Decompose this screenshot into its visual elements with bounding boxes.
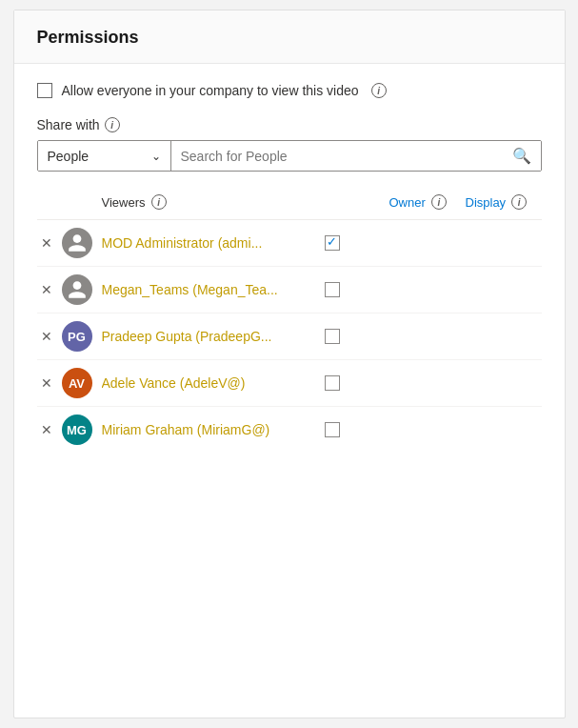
share-with-section: Share with i People ⌄ 🔍 [37,117,542,172]
table-row: ✕PGPradeep Gupta (PradeepG... [37,313,542,360]
display-info-icon[interactable]: i [511,194,527,210]
panel-title: Permissions [37,28,139,47]
remove-viewer-button[interactable]: ✕ [37,374,56,393]
share-with-label: Share with i [37,117,542,132]
owner-checkbox[interactable] [325,422,340,437]
viewer-rows: ✕ MOD Administrator (admi...✕ Megan_Team… [37,220,542,453]
panel-header: Permissions [14,10,565,64]
remove-viewer-button[interactable]: ✕ [37,420,56,439]
owner-checkbox[interactable] [325,282,340,297]
table-row: ✕MGMiriam Graham (MiriamG@) [37,407,542,453]
remove-viewer-button[interactable]: ✕ [37,327,56,346]
owner-checkbox[interactable] [325,375,340,391]
owner-checkbox-wrapper [311,422,388,437]
share-with-info-icon[interactable]: i [105,117,120,132]
viewers-col-header: Viewers i [102,194,389,210]
chevron-down-icon: ⌄ [151,150,161,163]
owner-checkbox[interactable] [325,329,340,344]
allow-everyone-row: Allow everyone in your company to view t… [37,83,542,98]
avatar [62,228,92,258]
viewers-section: Viewers i Owner i Display i ✕ MOD Admini… [37,191,542,453]
avatar: PG [62,321,92,352]
table-row: ✕ Megan_Teams (Megan_Tea... [37,267,542,313]
viewer-name: MOD Administrator (admi... [102,235,311,251]
owner-checkbox[interactable] [325,235,340,251]
viewer-name: Miriam Graham (MiriamG@) [102,422,311,437]
share-type-text: People [48,149,146,164]
panel-body: Allow everyone in your company to view t… [14,64,565,472]
viewers-info-icon[interactable]: i [151,194,167,210]
viewers-header: Viewers i Owner i Display i [37,191,542,220]
owner-checkbox-wrapper [311,282,388,297]
remove-viewer-button[interactable]: ✕ [37,233,56,253]
owner-checkbox-wrapper [311,235,388,251]
viewer-name: Megan_Teams (Megan_Tea... [102,282,311,297]
table-row: ✕AVAdele Vance (AdeleV@) [37,360,542,407]
allow-everyone-label: Allow everyone in your company to view t… [62,83,359,98]
share-type-dropdown[interactable]: People ⌄ [38,141,171,171]
owner-info-icon[interactable]: i [431,194,447,210]
search-input-wrapper: 🔍 [171,141,541,171]
avatar: MG [62,415,92,445]
allow-everyone-info-icon[interactable]: i [371,83,387,98]
table-row: ✕ MOD Administrator (admi... [37,220,542,267]
remove-viewer-button[interactable]: ✕ [37,280,56,299]
avatar: AV [62,368,92,398]
search-input[interactable] [181,149,507,164]
owner-checkbox-wrapper [311,329,388,344]
viewer-name: Pradeep Gupta (PradeepG... [102,329,311,344]
search-icon[interactable]: 🔍 [512,147,531,165]
share-with-controls: People ⌄ 🔍 [37,140,542,172]
owner-col-header: Owner i [389,194,466,210]
avatar [62,274,92,305]
owner-checkbox-wrapper [311,375,388,391]
allow-everyone-checkbox[interactable] [37,83,52,98]
permissions-panel: Permissions Allow everyone in your compa… [13,10,566,718]
display-col-header: Display i [466,194,542,210]
viewer-name: Adele Vance (AdeleV@) [102,375,311,391]
